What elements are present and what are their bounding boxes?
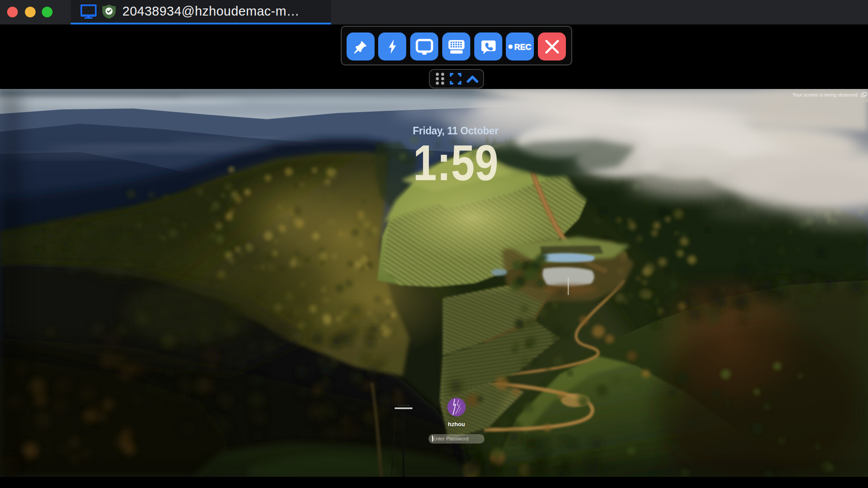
- svg-text:REC: REC: [514, 42, 531, 51]
